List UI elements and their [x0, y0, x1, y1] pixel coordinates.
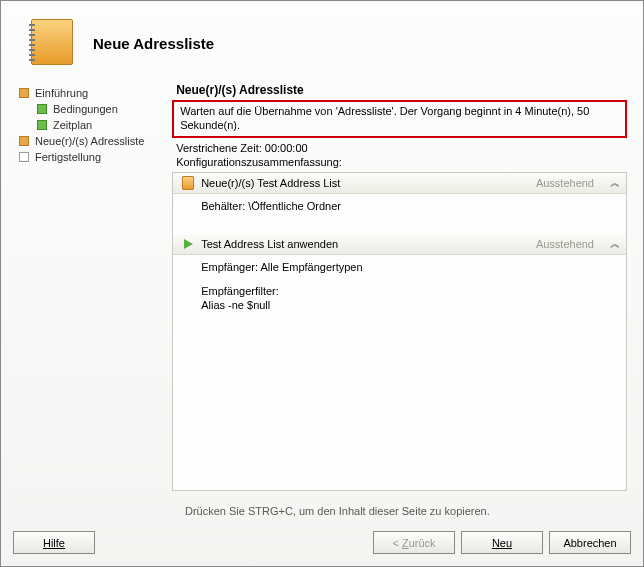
wizard-steps-sidebar: Einführung Bedingungen Zeitplan Neue(r)/…: [13, 79, 162, 491]
recipients-detail: Empfänger: Alle Empfängertypen: [201, 261, 618, 273]
sidebar-item-label: Neue(r)/(s) Adressliste: [35, 135, 144, 147]
group-title: Neue(r)/(s) Test Address List: [201, 177, 530, 189]
container-label: Behälter:: [201, 200, 245, 212]
group-status: Ausstehend: [536, 177, 594, 189]
step-icon: [19, 152, 29, 162]
step-icon: [37, 120, 47, 130]
sidebar-item-label: Zeitplan: [53, 119, 92, 131]
wizard-window: Neue Adressliste Einführung Bedingungen …: [0, 0, 644, 567]
back-button: < Zurück: [373, 531, 455, 554]
page-title: Neue(r)/(s) Adressliste: [172, 79, 631, 99]
recipients-value: Alle Empfängertypen: [260, 261, 362, 273]
wait-message-callout: Warten auf die Übernahme von 'Adresslist…: [172, 100, 627, 138]
summary-label: Konfigurationszusammenfassung:: [172, 155, 631, 169]
footer-buttons: Hilfe < Zurück Neu Abbrechen: [1, 523, 643, 566]
config-summary-panel: Neue(r)/(s) Test Address List Ausstehend…: [172, 172, 627, 492]
group-status: Ausstehend: [536, 238, 594, 250]
window-header: Neue Adressliste: [1, 1, 643, 79]
group-body-apply: Empfänger: Alle Empfängertypen Empfänger…: [173, 255, 626, 321]
group-header-apply[interactable]: Test Address List anwenden Ausstehend ︽: [173, 234, 626, 255]
sidebar-item-fertigstellung[interactable]: Fertigstellung: [13, 149, 162, 165]
copy-hint: Drücken Sie STRG+C, um den Inhalt dieser…: [1, 497, 643, 523]
wait-message-text: Warten auf die Übernahme von 'Adresslist…: [180, 105, 589, 131]
container-detail: Behälter: \Öffentliche Ordner: [201, 200, 618, 212]
step-icon: [19, 136, 29, 146]
step-icon: [37, 104, 47, 114]
window-title: Neue Adressliste: [93, 35, 214, 52]
body: Einführung Bedingungen Zeitplan Neue(r)/…: [1, 79, 643, 497]
addresslist-icon: [181, 176, 195, 190]
collapse-icon[interactable]: ︽: [610, 237, 618, 251]
sidebar-item-label: Fertigstellung: [35, 151, 101, 163]
sidebar-item-zeitplan[interactable]: Zeitplan: [13, 117, 162, 133]
sidebar-item-einfuehrung[interactable]: Einführung: [13, 85, 162, 101]
sidebar-item-bedingungen[interactable]: Bedingungen: [13, 101, 162, 117]
filter-value: Alias -ne $null: [201, 299, 618, 311]
step-icon: [19, 88, 29, 98]
container-value: \Öffentliche Ordner: [248, 200, 341, 212]
elapsed-time-line: Verstrichene Zeit: 00:00:00: [172, 141, 631, 155]
addressbook-icon: [31, 19, 79, 67]
group-header-addresslist[interactable]: Neue(r)/(s) Test Address List Ausstehend…: [173, 173, 626, 194]
sidebar-item-adressliste[interactable]: Neue(r)/(s) Adressliste: [13, 133, 162, 149]
group-body-addresslist: Behälter: \Öffentliche Ordner: [173, 194, 626, 234]
filter-label-line: Empfängerfilter:: [201, 285, 618, 297]
main-panel: Neue(r)/(s) Adressliste Warten auf die Ü…: [172, 79, 631, 491]
sidebar-item-label: Einführung: [35, 87, 88, 99]
collapse-icon[interactable]: ︽: [610, 176, 618, 190]
filter-label: Empfängerfilter:: [201, 285, 279, 297]
cancel-button[interactable]: Abbrechen: [549, 531, 631, 554]
elapsed-time-label: Verstrichene Zeit:: [176, 142, 262, 154]
recipients-label: Empfänger:: [201, 261, 258, 273]
group-title: Test Address List anwenden: [201, 238, 530, 250]
help-button[interactable]: Hilfe: [13, 531, 95, 554]
next-button[interactable]: Neu: [461, 531, 543, 554]
elapsed-time-value: 00:00:00: [265, 142, 308, 154]
apply-arrow-icon: [181, 237, 195, 251]
sidebar-item-label: Bedingungen: [53, 103, 118, 115]
